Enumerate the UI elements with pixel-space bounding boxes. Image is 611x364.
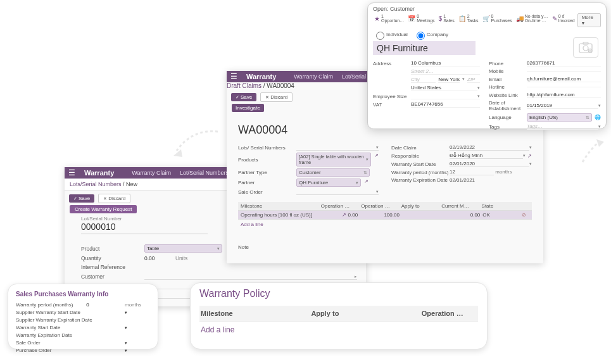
decorative-arrow (577, 137, 608, 167)
date-claim-label: Date Claim (391, 145, 450, 151)
stat-opportunities[interactable]: ★1Opportun… (373, 13, 405, 23)
card-title: Sales Purchases Warranty Info (16, 291, 150, 298)
image-placeholder-icon[interactable]: + (573, 37, 598, 58)
policy-title: Warranty Policy (199, 288, 478, 299)
col-milestone: Milestone (241, 203, 321, 209)
external-link-icon[interactable]: ↗ (374, 153, 379, 166)
warranty-period-value[interactable]: 12 (450, 169, 494, 175)
nav-lot-serial[interactable]: Lot/Serial Numbers (180, 170, 229, 176)
internal-reference-label: Internal Reference (81, 264, 144, 270)
table-row[interactable]: Operating hours [100 fl oz (US)] ↗ 0.00 … (238, 211, 532, 220)
col-apply-to: Apply to (401, 203, 441, 209)
lots-dropdown[interactable]: ▾ (376, 145, 379, 149)
discard-button[interactable]: ✕ Discard (98, 194, 130, 203)
radio-company[interactable] (417, 32, 425, 40)
address-street1[interactable]: 10 Columbus (411, 60, 480, 66)
partner-type-label: Partner Type (238, 170, 296, 175)
warranty-period-value[interactable]: 0 (86, 301, 111, 309)
vat-value[interactable]: BE047747656 (411, 101, 480, 108)
responsible-value[interactable]: Đỗ Hồng Minh (450, 153, 523, 159)
address-zip[interactable]: ZIP (467, 77, 480, 83)
apps-icon[interactable]: ☰ (68, 168, 75, 177)
stat-bar: ★1Opportun… 📅0Meetings $1Sales 📋2Tasks 🛒… (373, 13, 601, 27)
discard-button[interactable]: ✕ Discard (260, 92, 293, 102)
phone-value[interactable]: 0263776671 (527, 60, 601, 66)
delete-row-icon[interactable]: ⊘ (522, 212, 529, 218)
product-select[interactable]: Table▾ (144, 244, 222, 253)
warranty-expiration-value: 02/01/2021 (450, 177, 532, 183)
external-link-icon[interactable]: ↗ (364, 179, 368, 187)
address-street2[interactable]: Street 2… (411, 68, 480, 75)
warranty-start-value[interactable]: 02/01/2020 (450, 161, 529, 167)
nav-warranty-claim[interactable]: Warranty Claim (294, 73, 333, 80)
mobile-value[interactable] (527, 71, 601, 72)
save-button[interactable]: ✓ Save (231, 93, 256, 101)
products-label: Products (238, 157, 296, 163)
responsible-label: Responsible (391, 153, 450, 159)
stat-meetings[interactable]: 📅0Meetings (406, 13, 436, 23)
create-warranty-request-button[interactable]: Create Warranty Request (70, 205, 137, 213)
tags-input[interactable]: Tags… (527, 123, 598, 130)
warranty-period-label: Warranty period (months) (16, 301, 73, 309)
employee-size-label: Employee Size (373, 94, 411, 99)
more-button[interactable]: More ▾ (577, 13, 601, 27)
note-label: Note (238, 244, 532, 250)
svg-text:+: + (589, 49, 591, 53)
external-link-icon[interactable]: ↗ (527, 153, 532, 159)
website-value[interactable]: http://qhfurniture.com (527, 92, 601, 98)
globe-icon[interactable]: 🌐 (595, 115, 601, 120)
language-select[interactable]: English (US)⇅ (527, 113, 592, 122)
supplier-warranty-exp-label: Supplier Warranty Expiration Date (16, 317, 92, 324)
add-line-button[interactable]: Add a line (238, 220, 532, 229)
address-city[interactable]: City (411, 77, 436, 83)
stat-ontime[interactable]: 🚚No data y…On-time … (515, 13, 550, 23)
customer-name-input[interactable]: QH Furniture (373, 41, 476, 55)
date-claim-value[interactable]: 02/19/2022 (450, 144, 529, 151)
stat-purchases[interactable]: 🛒0Purchases (481, 13, 513, 23)
sale-order-dropdown[interactable]: ▾ (376, 189, 379, 194)
address-country[interactable]: United States (411, 85, 477, 91)
truck-icon: 🚚 (516, 15, 524, 22)
quantity-unit: Units (175, 255, 187, 261)
nav-warranty-claim[interactable]: Warranty Claim (132, 170, 171, 176)
breadcrumb-a[interactable]: Lots/Serial Numbers (70, 181, 122, 187)
stat-tasks[interactable]: 📋2Tasks (457, 13, 480, 23)
star-icon: ★ (374, 15, 380, 22)
hotline-value[interactable] (527, 87, 601, 87)
address-state[interactable]: New York (438, 77, 460, 83)
doe-value[interactable]: 01/15/2019 (527, 103, 598, 109)
partner-type-select[interactable]: Customer⇅ (296, 168, 370, 177)
employee-size-dropdown[interactable]: ▾ (477, 94, 480, 98)
svg-marker-1 (596, 139, 604, 147)
row-op2: 100.00 (360, 212, 402, 218)
breadcrumb-a[interactable]: Draft Claims (227, 82, 261, 89)
row-milestone: Operating hours [100 fl oz (US)] (241, 212, 318, 218)
external-link-icon[interactable]: ↗ (342, 212, 346, 218)
investigate-button[interactable]: Investigate (232, 104, 264, 112)
col-operation: Operation … (422, 310, 477, 317)
supplier-warranty-start-label: Supplier Warranty Start Date (16, 309, 80, 317)
lot-serial-value[interactable]: 0000010 (81, 222, 208, 234)
quantity-value[interactable]: 0.00 (144, 255, 155, 261)
stat-invoiced[interactable]: ✎0 đInvoiced (551, 13, 576, 23)
partner-select[interactable]: QH Furniture▾ (296, 179, 361, 187)
email-label: Email (489, 77, 527, 82)
stat-sales[interactable]: $1Sales (438, 13, 456, 23)
breadcrumb-b: New (126, 181, 137, 187)
apps-icon[interactable]: ☰ (230, 72, 237, 81)
save-button[interactable]: ✓ Save (69, 194, 94, 203)
warranty-period-unit: months (495, 169, 512, 175)
vat-label: VAT (373, 102, 411, 108)
row-state: OK (482, 212, 522, 218)
products-select[interactable]: [A02] Single table with wooden frame▾ (296, 153, 371, 166)
row-current: 0.00 (441, 212, 483, 218)
add-line-button[interactable]: Add a line (199, 322, 478, 338)
radio-individual[interactable] (376, 32, 384, 40)
purchase-order-label: Purchase Order (16, 347, 51, 355)
quantity-label: Quantity (81, 255, 144, 261)
email-value[interactable]: qh.furniture@email.com (527, 76, 601, 82)
sale-order-label: Sale Order (238, 189, 296, 195)
warranty-policy-card: Warranty Policy Milestone Apply to Opera… (190, 282, 488, 349)
col-apply-to: Apply to (311, 310, 421, 317)
popup-title: Open: Customer (373, 6, 601, 12)
